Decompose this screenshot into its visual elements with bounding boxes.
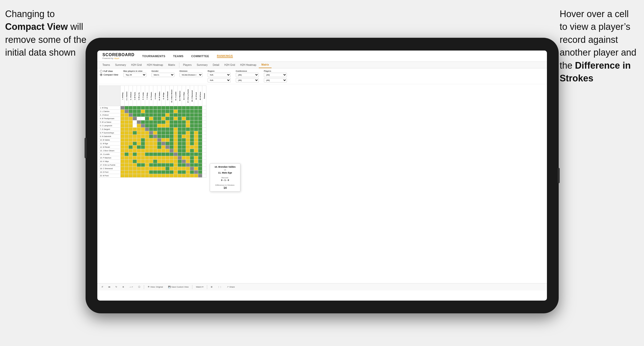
matrix-cell[interactable]	[157, 156, 161, 160]
matrix-cell[interactable]	[157, 131, 161, 135]
matrix-cell[interactable]	[190, 167, 194, 170]
matrix-cell[interactable]	[141, 138, 145, 142]
matrix-cell[interactable]	[166, 117, 170, 120]
matrix-cell[interactable]	[125, 124, 129, 128]
matrix-cell[interactable]	[170, 170, 174, 174]
matrix-cell[interactable]	[153, 138, 157, 142]
matrix-cell[interactable]	[202, 138, 206, 142]
matrix-cell[interactable]	[202, 149, 206, 153]
matrix-cell[interactable]	[190, 135, 194, 138]
matrix-cell[interactable]	[157, 163, 161, 167]
matrix-cell[interactable]	[157, 113, 161, 117]
matrix-cell[interactable]	[190, 145, 194, 149]
matrix-cell[interactable]	[186, 149, 190, 153]
matrix-cell[interactable]	[182, 174, 186, 178]
matrix-cell[interactable]	[129, 174, 133, 178]
matrix-cell[interactable]	[133, 156, 137, 160]
matrix-cell[interactable]	[190, 110, 194, 113]
matrix-cell[interactable]	[129, 120, 133, 124]
matrix-cell[interactable]	[178, 174, 182, 178]
matrix-cell[interactable]	[125, 106, 129, 110]
matrix-cell[interactable]	[157, 106, 161, 110]
matrix-cell[interactable]	[125, 113, 129, 117]
tab-summary[interactable]: Summary	[112, 62, 128, 68]
matrix-cell[interactable]	[194, 135, 198, 138]
matrix-cell[interactable]	[149, 149, 153, 153]
matrix-cell[interactable]	[186, 131, 190, 135]
matrix-cell[interactable]	[178, 128, 182, 131]
matrix-cell[interactable]	[186, 160, 190, 163]
matrix-cell[interactable]	[194, 113, 198, 117]
matrix-cell[interactable]	[178, 142, 182, 145]
matrix-cell[interactable]	[194, 131, 198, 135]
matrix-cell[interactable]	[161, 167, 166, 170]
matrix-cell[interactable]	[141, 167, 145, 170]
matrix-cell[interactable]	[125, 163, 129, 167]
matrix-cell[interactable]	[182, 149, 186, 153]
matrix-cell[interactable]	[161, 110, 166, 113]
matrix-cell[interactable]	[190, 124, 194, 128]
matrix-cell[interactable]	[161, 153, 166, 156]
layout-button[interactable]: ⊞	[209, 285, 214, 289]
matrix-cell[interactable]	[149, 110, 153, 113]
matrix-cell[interactable]	[125, 149, 129, 153]
matrix-cell[interactable]	[186, 135, 190, 138]
matrix-cell[interactable]	[186, 120, 190, 124]
matrix-cell[interactable]	[149, 163, 153, 167]
players-select2[interactable]: (All)	[264, 78, 287, 82]
matrix-cell[interactable]	[129, 160, 133, 163]
matrix-cell[interactable]	[149, 120, 153, 124]
matrix-cell[interactable]	[198, 106, 202, 110]
matrix-cell[interactable]	[133, 117, 137, 120]
matrix-cell[interactable]	[174, 106, 178, 110]
matrix-cell[interactable]	[157, 149, 161, 153]
grid-button[interactable]: ⋮⋮	[216, 285, 223, 289]
matrix-cell[interactable]	[137, 145, 141, 149]
matrix-cell[interactable]	[190, 174, 194, 178]
matrix-cell[interactable]	[141, 145, 145, 149]
matrix-cell[interactable]	[186, 124, 190, 128]
matrix-cell[interactable]	[129, 167, 133, 170]
matrix-cell[interactable]	[190, 138, 194, 142]
matrix-cell[interactable]	[198, 138, 202, 142]
matrix-cell[interactable]	[166, 128, 170, 131]
matrix-cell[interactable]	[194, 160, 198, 163]
full-view-option[interactable]: Full View	[100, 70, 118, 72]
matrix-cell[interactable]	[178, 153, 182, 156]
max-players-select[interactable]: Top 25	[123, 73, 146, 77]
matrix-cell[interactable]	[161, 131, 166, 135]
matrix-cell[interactable]	[157, 145, 161, 149]
matrix-cell[interactable]	[133, 167, 137, 170]
matrix-cell[interactable]	[178, 110, 182, 113]
tab-h2h-grid-right[interactable]: H2H Grid	[222, 62, 238, 68]
matrix-cell[interactable]	[145, 138, 149, 142]
matrix-cell[interactable]	[153, 113, 157, 117]
matrix-cell[interactable]	[174, 138, 178, 142]
matrix-cell[interactable]	[170, 113, 174, 117]
matrix-cell[interactable]	[145, 167, 149, 170]
matrix-cell[interactable]	[121, 170, 125, 174]
matrix-cell[interactable]	[145, 156, 149, 160]
matrix-cell[interactable]	[182, 128, 186, 131]
matrix-cell[interactable]	[194, 142, 198, 145]
tab-h2h-heatmap[interactable]: H2H Heatmap	[144, 62, 166, 68]
matrix-cell[interactable]	[125, 142, 129, 145]
matrix-cell[interactable]	[129, 110, 133, 113]
matrix-cell[interactable]	[153, 135, 157, 138]
matrix-cell[interactable]	[121, 113, 125, 117]
matrix-cell[interactable]	[186, 167, 190, 170]
matrix-cell[interactable]	[121, 135, 125, 138]
matrix-cell[interactable]	[153, 170, 157, 174]
matrix-cell[interactable]	[149, 156, 153, 160]
matrix-cell[interactable]	[194, 170, 198, 174]
matrix-cell[interactable]	[153, 110, 157, 113]
matrix-cell[interactable]	[174, 142, 178, 145]
matrix-cell[interactable]	[161, 142, 166, 145]
matrix-cell[interactable]	[161, 174, 166, 178]
matrix-cell[interactable]	[202, 142, 206, 145]
matrix-cell[interactable]	[194, 149, 198, 153]
matrix-cell[interactable]	[170, 138, 174, 142]
matrix-cell[interactable]	[153, 142, 157, 145]
matrix-cell[interactable]	[190, 117, 194, 120]
matrix-cell[interactable]	[125, 110, 129, 113]
